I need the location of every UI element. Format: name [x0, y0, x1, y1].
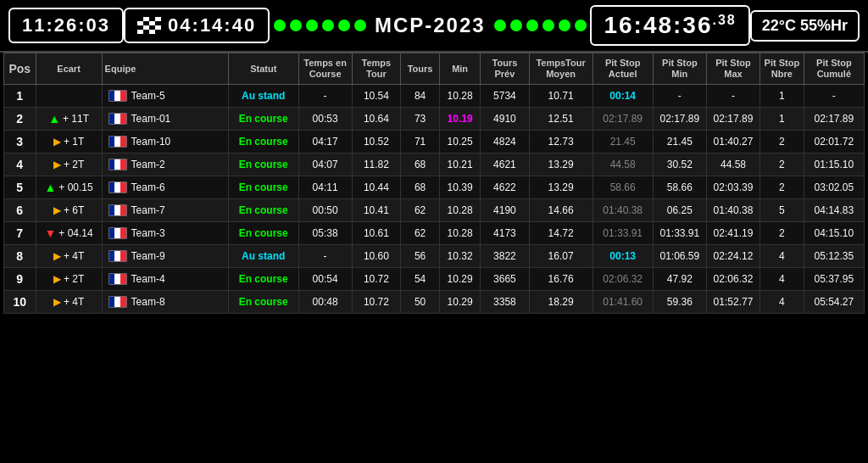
indicator-dot [510, 20, 522, 31]
cell-min: 10.29 [440, 268, 481, 291]
ecart-value: + 2T [64, 159, 84, 170]
cell-pos: 9 [4, 268, 36, 291]
cell-temps-course: 00:48 [298, 291, 352, 314]
table-row: 6▶+ 6TTeam-7En course00:5010.416210.2841… [4, 199, 865, 222]
cell-pos: 4 [4, 153, 36, 176]
cell-equipe: Team-01 [102, 108, 228, 131]
table-row: 8▶+ 4TTeam-9Au stand-10.605610.32382216.… [4, 245, 865, 268]
cell-tours-prev: 3822 [481, 245, 529, 268]
cell-min: 10.28 [440, 85, 481, 108]
col-header-pit-cumule: Pit Stop Cumulé [804, 53, 864, 85]
cell-ecart: ▶+ 6T [36, 199, 102, 222]
cell-equipe: Team-7 [102, 199, 228, 222]
cell-pit-cumule: 01:15.10 [804, 153, 864, 176]
cell-pit-nbre: 4 [760, 268, 804, 291]
cell-statut: En course [228, 131, 298, 153]
lap-time-value: 04:14:40 [168, 14, 256, 36]
cell-pit-nbre: 2 [760, 153, 804, 176]
cell-temps-tour-moy: 10.71 [529, 85, 593, 108]
cell-statut: En course [228, 268, 298, 291]
cell-pit-min: 01:06.59 [653, 245, 706, 268]
col-header-temps-tour-moy: TempsTour Moyen [529, 53, 593, 85]
arrow-right-icon: ▶ [53, 136, 61, 148]
cell-temps-tour-moy: 12.73 [529, 131, 593, 153]
cell-temps-tour: 10.61 [352, 222, 400, 245]
cell-temps-course: 00:54 [298, 268, 352, 291]
svg-rect-8 [155, 21, 161, 25]
cell-tours-prev: 4824 [481, 131, 529, 153]
race-table: Pos Ecart Equipe Statut Temps en Course … [3, 53, 865, 314]
cell-tours: 68 [401, 176, 440, 199]
col-header-pit-max: Pit Stop Max [706, 53, 760, 85]
cell-temps-tour-moy: 12.51 [529, 108, 593, 131]
indicator-dot [354, 20, 366, 31]
event-name: MCP-2023 [375, 14, 486, 37]
team-name: Team-5 [131, 90, 165, 102]
cell-statut: En course [228, 176, 298, 199]
cell-equipe: Team-9 [102, 245, 228, 268]
team-name: Team-8 [131, 296, 165, 308]
checkered-flag-icon [137, 17, 161, 34]
cell-ecart: ▶+ 1T [36, 131, 102, 153]
cell-pit-min: 01:33.91 [653, 222, 706, 245]
cell-pit-cumule: 05:12.35 [804, 245, 864, 268]
svg-rect-10 [143, 25, 149, 30]
center-display: MCP-2023 [270, 14, 590, 37]
cell-tours: 68 [401, 153, 440, 176]
col-header-pit-min: Pit Stop Min [653, 53, 706, 85]
arrow-right-icon: ▶ [53, 296, 61, 308]
cell-pit-nbre: 1 [760, 85, 804, 108]
cell-temps-tour: 10.54 [352, 85, 400, 108]
cell-pit-max: 02:41.19 [706, 222, 760, 245]
cell-pit-cumule: 04:14.83 [804, 199, 864, 222]
table-row: 1Team-5Au stand-10.548410.28573410.7100:… [4, 85, 865, 108]
cell-min: 10.32 [440, 245, 481, 268]
cell-pit-actuel: 00:14 [593, 85, 653, 108]
indicator-dot [306, 20, 318, 31]
cell-pit-min: 21.45 [653, 131, 706, 153]
cell-ecart [36, 85, 102, 108]
table-header-row: Pos Ecart Equipe Statut Temps en Course … [4, 53, 865, 85]
cell-statut: En course [228, 153, 298, 176]
cell-pit-max: 02:24.12 [706, 245, 760, 268]
france-flag [108, 227, 127, 239]
cell-tours: 50 [401, 291, 440, 314]
france-flag [108, 159, 127, 170]
main-time-sub: .38 [713, 13, 737, 27]
weather-display: 22°C 55%Hr [750, 10, 860, 42]
table-row: 7▼+ 04.14Team-3En course05:3810.616210.2… [4, 222, 865, 245]
cell-equipe: Team-3 [102, 222, 228, 245]
cell-tours-prev: 4173 [481, 222, 529, 245]
cell-pit-min: 47.92 [653, 268, 706, 291]
cell-ecart: ▶+ 2T [36, 153, 102, 176]
cell-temps-tour-moy: 14.72 [529, 222, 593, 245]
table-row: 3▶+ 1TTeam-10En course04:1710.527110.254… [4, 131, 865, 153]
cell-min: 10.28 [440, 199, 481, 222]
team-name: Team-7 [131, 204, 165, 216]
france-flag [108, 136, 127, 148]
france-flag [108, 113, 127, 125]
cell-tours: 54 [401, 268, 440, 291]
cell-pit-min: 06.25 [653, 199, 706, 222]
ecart-value: + 11T [63, 113, 89, 125]
svg-rect-5 [137, 21, 143, 25]
cell-temps-tour: 10.72 [352, 268, 400, 291]
cell-pos: 5 [4, 176, 36, 199]
cell-statut: En course [228, 222, 298, 245]
cell-temps-course: 00:50 [298, 199, 352, 222]
cell-ecart: ▶+ 4T [36, 245, 102, 268]
indicator-dot [338, 20, 350, 31]
table-row: 9▶+ 2TTeam-4En course00:5410.725410.2936… [4, 268, 865, 291]
ecart-value: + 4T [64, 296, 84, 308]
cell-pit-cumule: 02:17.89 [804, 108, 864, 131]
cell-temps-course: 04:17 [298, 131, 352, 153]
col-header-min: Min [440, 53, 481, 85]
col-header-temps-course: Temps en Course [298, 53, 352, 85]
svg-rect-3 [149, 17, 155, 21]
cell-pit-min: 59.36 [653, 291, 706, 314]
cell-pos: 7 [4, 222, 36, 245]
cell-tours-prev: 4910 [481, 108, 529, 131]
cell-pit-actuel: 01:33.91 [593, 222, 653, 245]
cell-ecart: ▶+ 2T [36, 268, 102, 291]
cell-pit-min: 30.52 [653, 153, 706, 176]
